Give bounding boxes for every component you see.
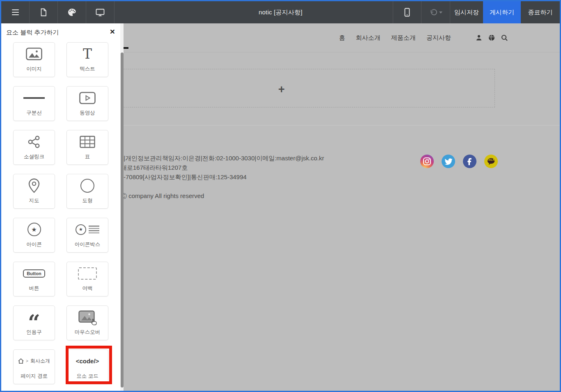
- hand-cursor-icon: [91, 319, 97, 326]
- panel-scrollbar[interactable]: [120, 23, 124, 391]
- nav-about[interactable]: 회사소개: [356, 34, 380, 42]
- block-social-link[interactable]: 소셜링크: [13, 130, 55, 165]
- map-pin-icon: [28, 179, 40, 193]
- nav-products[interactable]: 제품소개: [391, 34, 416, 42]
- menu-button[interactable]: [1, 1, 30, 23]
- table-icon: [80, 135, 95, 149]
- scrollbar-thumb[interactable]: [121, 52, 124, 387]
- mobile-icon: [403, 7, 411, 17]
- element-block-grid: 이미지 T 텍스트 구분선 동영상 소셜링크: [13, 42, 108, 384]
- nav-icon-group: [476, 34, 508, 41]
- kakaotalk-icon[interactable]: TALK: [484, 155, 498, 168]
- top-toolbar: notic [공지사항] 임시저장 게시하기 종료하기: [1, 1, 560, 23]
- panel-header: 요소 블럭 추가하기 ×: [1, 23, 120, 42]
- exit-button[interactable]: 종료하기: [521, 1, 560, 23]
- block-button[interactable]: Button 버튼: [13, 262, 55, 296]
- temp-save-button[interactable]: 임시저장: [450, 1, 483, 23]
- undo-history-caret[interactable]: [439, 11, 442, 14]
- block-label: 이미지: [26, 66, 42, 73]
- video-icon: [79, 91, 96, 105]
- block-label: 표: [85, 153, 90, 160]
- share-icon: [27, 135, 41, 149]
- block-table[interactable]: 표: [66, 130, 108, 165]
- block-label: 요소 코드: [76, 373, 98, 380]
- button-icon: Button: [23, 267, 45, 280]
- block-mouseover[interactable]: 마우스오버: [66, 305, 108, 340]
- block-label: 구분선: [26, 109, 42, 116]
- facebook-icon[interactable]: [463, 155, 476, 168]
- toolbar-left-group: [1, 1, 114, 23]
- section-divider: [124, 125, 560, 125]
- hamburger-icon: [12, 9, 19, 16]
- block-label: 아이콘: [26, 241, 42, 248]
- image-icon: [26, 47, 42, 61]
- star-circle-icon: ★: [27, 223, 41, 237]
- editor-window: notic [공지사항] 임시저장 게시하기 종료하기 홈 회사소개 제품소개 …: [0, 0, 561, 392]
- section-divider: [124, 52, 560, 52]
- block-spacer[interactable]: 여백: [66, 262, 108, 296]
- block-shape[interactable]: 도형: [66, 174, 108, 209]
- block-element-code[interactable]: <code/> 요소 코드: [66, 349, 108, 384]
- block-label: 버튼: [29, 285, 39, 292]
- block-label: 인용구: [26, 329, 42, 336]
- mouseover-icon: [78, 310, 96, 324]
- social-links: TALK: [420, 155, 498, 168]
- code-icon: <code/>: [76, 354, 99, 368]
- block-label: 아이콘박스: [75, 241, 101, 248]
- theme-button[interactable]: [58, 1, 86, 23]
- block-label: 지도: [29, 197, 39, 204]
- text-icon: T: [83, 47, 92, 61]
- undo-icon: [429, 9, 437, 16]
- circle-shape-icon: [80, 179, 94, 193]
- kakao-talk-text: TALK: [484, 158, 498, 161]
- block-icon-box[interactable]: ★ 아이콘박스: [66, 218, 108, 253]
- block-label: 소셜링크: [24, 153, 44, 160]
- instagram-icon[interactable]: [420, 155, 434, 168]
- page-button[interactable]: [30, 1, 58, 23]
- block-label: 페이지 경로: [21, 373, 48, 380]
- palette-icon: [67, 8, 76, 17]
- page-icon: [39, 8, 48, 17]
- undo-button[interactable]: [421, 1, 450, 23]
- mobile-view-button[interactable]: [393, 1, 421, 23]
- block-label: 마우스오버: [75, 329, 101, 336]
- breadcrumb-icon: > 회사소개: [18, 354, 50, 368]
- block-label: 여백: [82, 285, 93, 292]
- block-map[interactable]: 지도: [13, 174, 55, 209]
- toolbar-right-group: 임시저장 게시하기 종료하기: [393, 1, 560, 23]
- spacer-icon: [78, 267, 97, 280]
- user-icon[interactable]: [476, 34, 482, 41]
- add-element-panel: 요소 블럭 추가하기 × 이미지 T 텍스트 구분선: [1, 23, 120, 391]
- desktop-icon: [95, 8, 105, 17]
- panel-title: 요소 블럭 추가하기: [6, 29, 59, 36]
- nav-home[interactable]: 홈: [339, 34, 345, 42]
- search-icon[interactable]: [501, 34, 508, 41]
- block-text[interactable]: T 텍스트: [66, 42, 108, 77]
- close-icon[interactable]: ×: [108, 27, 117, 36]
- home-icon: [18, 358, 24, 364]
- block-image[interactable]: 이미지: [13, 42, 55, 77]
- footer-copyright: Ⓒ company All rights reserved: [121, 191, 502, 201]
- block-quote[interactable]: “ 인용구: [13, 305, 55, 340]
- footer-line: -70809[사업자정보확인]|통신판매:125-34994: [120, 172, 502, 182]
- block-label: 도형: [82, 197, 93, 204]
- empty-block-dropzone[interactable]: [124, 69, 495, 107]
- desktop-view-button[interactable]: [86, 1, 114, 23]
- block-icon[interactable]: ★ 아이콘: [13, 218, 55, 253]
- icon-box-icon: ★: [76, 223, 99, 237]
- block-divider[interactable]: 구분선: [13, 86, 55, 121]
- nav-notice[interactable]: 공지사항: [426, 34, 451, 42]
- twitter-icon[interactable]: [442, 155, 455, 168]
- quote-icon: “: [28, 310, 40, 324]
- block-label: 동영상: [80, 109, 95, 116]
- block-video[interactable]: 동영상: [66, 86, 108, 121]
- publish-button[interactable]: 게시하기: [483, 1, 521, 23]
- block-page-path[interactable]: > 회사소개 페이지 경로: [13, 349, 55, 384]
- divider-icon: [23, 91, 45, 105]
- add-block-plus-button[interactable]: +: [275, 83, 289, 96]
- block-label: 텍스트: [80, 66, 95, 73]
- globe-icon[interactable]: [488, 34, 495, 41]
- site-nav: 홈 회사소개 제품소개 공지사항: [339, 33, 508, 42]
